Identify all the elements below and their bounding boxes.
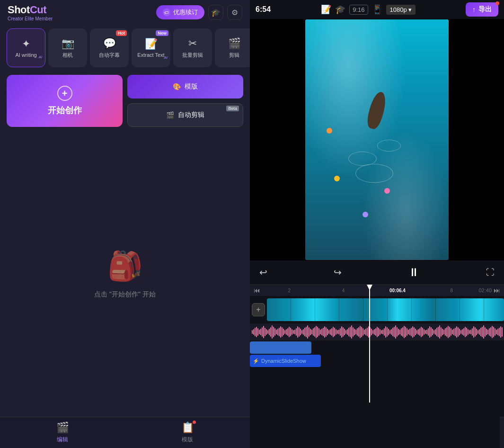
settings-icon-button[interactable]: ⚙	[227, 5, 242, 20]
filmstrip-overlay	[267, 298, 504, 321]
wave-bar	[460, 330, 461, 334]
wave-bar	[344, 329, 345, 335]
school-icon: 🎓	[335, 4, 345, 15]
cut-label: 剪辑	[229, 52, 239, 59]
template-nav-label: 模版	[182, 436, 193, 444]
wave-bar	[318, 328, 319, 336]
bottom-nav: 🎬 编辑 📋 模版	[0, 417, 250, 448]
export-button[interactable]: ↑ 导出	[466, 2, 498, 17]
undo-button[interactable]: ↩	[259, 267, 267, 278]
wave-bar	[303, 329, 304, 335]
wave-bar	[402, 327, 403, 337]
fullscreen-button[interactable]: ⛶	[486, 268, 495, 278]
playhead[interactable]	[369, 285, 370, 403]
wave-bar	[384, 328, 385, 336]
video-frame	[305, 19, 449, 260]
header-icons: 📝 🎓 9:16 📱 1080p ▾	[321, 4, 415, 15]
ai-writing-label: AI writing	[15, 52, 36, 58]
wave-bar	[483, 325, 484, 339]
video-filmstrip[interactable]	[267, 298, 504, 321]
wave-bar	[470, 330, 471, 334]
wave-bar	[333, 327, 334, 337]
tool-camera[interactable]: 📷 相机	[48, 28, 87, 67]
wave-bar	[338, 330, 339, 334]
wave-bar	[343, 327, 344, 337]
wave-bar	[266, 329, 267, 335]
timeline-end-button[interactable]: ⏭	[494, 287, 500, 294]
camera-icon: 📷	[62, 37, 74, 50]
caption-block[interactable]	[250, 341, 311, 354]
wave-bar	[365, 329, 366, 335]
wave-bar	[265, 328, 265, 336]
wave-bar	[328, 330, 329, 334]
wave-bar	[477, 330, 478, 334]
promo-button[interactable]: 🏷 优惠续订	[156, 5, 204, 19]
member-badge: Creator Elite Member	[8, 16, 53, 21]
wave-bar	[495, 328, 495, 336]
timeline[interactable]: ⏮ 2 4 00:06.4 8 02:40 ⏭ +	[250, 284, 504, 403]
wave-bar	[317, 327, 318, 337]
auto-edit-button[interactable]: 🎬 自动剪辑 Beta	[127, 103, 243, 127]
wave-bar	[381, 330, 382, 334]
wave-bar	[309, 327, 309, 337]
playback-controls: ↩ ↪ ⏸ ⛶	[250, 260, 504, 284]
edit-nav-icon: 🎬	[56, 421, 69, 434]
flower-1	[334, 176, 340, 181]
total-time: 02:40	[478, 287, 492, 293]
wave-bar	[449, 327, 450, 337]
wave-bar	[358, 327, 359, 337]
start-plus-icon: +	[57, 86, 72, 101]
tool-extract-text[interactable]: 📝 Extract Text New AI	[132, 28, 170, 67]
wave-bar	[350, 327, 351, 337]
batch-edit-icon: ✂	[188, 37, 197, 50]
quality-button[interactable]: 1080p ▾	[386, 5, 416, 15]
wave-bar	[311, 330, 312, 334]
beta-badge: Beta	[226, 106, 239, 111]
tool-cut[interactable]: 🎬 剪辑	[215, 28, 250, 67]
wave-bar	[436, 328, 437, 336]
timeline-start-button[interactable]: ⏮	[254, 287, 260, 294]
time-display: 6:54	[256, 5, 271, 14]
wave-bar	[465, 327, 466, 337]
wave-bar	[479, 329, 480, 335]
wave-bar	[433, 330, 434, 334]
wave-bar	[429, 326, 430, 338]
wave-bar	[441, 327, 442, 337]
empty-text: 点击 "开始创作" 开始	[94, 290, 156, 299]
wave-bar	[353, 327, 354, 337]
nav-item-template[interactable]: 📋 模版	[125, 421, 250, 444]
graduate-icon-button[interactable]: 🎓	[208, 5, 223, 20]
template-button[interactable]: 🎨 模版	[127, 75, 243, 99]
tool-tab-cut[interactable]: ✂ 编辑	[500, 417, 504, 448]
nav-item-edit[interactable]: 🎬 编辑	[0, 421, 125, 444]
wave-bar	[357, 328, 358, 336]
extract-text-icon: 📝	[145, 38, 158, 50]
wave-bar	[487, 330, 488, 334]
wave-bar	[314, 327, 315, 337]
wave-bar	[408, 330, 409, 334]
wave-bar	[418, 329, 419, 335]
action-area: + 开始创作 🎨 模版 🎬 自动剪辑 Beta	[0, 71, 250, 131]
wave-bar	[345, 330, 346, 334]
pause-button[interactable]: ⏸	[408, 266, 420, 279]
tool-auto-caption[interactable]: 💬 自动字幕 Hot	[90, 28, 129, 67]
wave-bar	[472, 328, 473, 336]
right-panel: 6:54 📝 🎓 9:16 📱 1080p ▾ ↑ 导出	[250, 0, 504, 448]
slideshow-block[interactable]: ⚡ DynamicSlideShow	[250, 355, 321, 367]
wave-bar	[482, 327, 483, 337]
logo-area: ShotCut Creator Elite Member	[8, 4, 53, 21]
tool-grid: ✦ AI writing AI 📷 相机 💬 自动字幕 Hot 📝 Extrac…	[0, 25, 250, 71]
wave-bar	[412, 326, 413, 338]
tool-ai-writing[interactable]: ✦ AI writing AI	[7, 28, 45, 67]
start-create-button[interactable]: + 开始创作	[7, 75, 123, 127]
tool-batch-edit[interactable]: ✂ 批量剪辑	[173, 28, 212, 67]
redo-button[interactable]: ↪	[334, 267, 342, 278]
wave-bar	[377, 327, 378, 337]
slideshow-icon: ⚡	[253, 358, 259, 364]
wave-bar	[490, 327, 491, 337]
wave-bar	[489, 328, 490, 336]
flower-3	[327, 128, 332, 134]
wave-bar	[277, 329, 278, 335]
add-track-button[interactable]: +	[252, 303, 265, 316]
wave-bar	[363, 328, 363, 336]
